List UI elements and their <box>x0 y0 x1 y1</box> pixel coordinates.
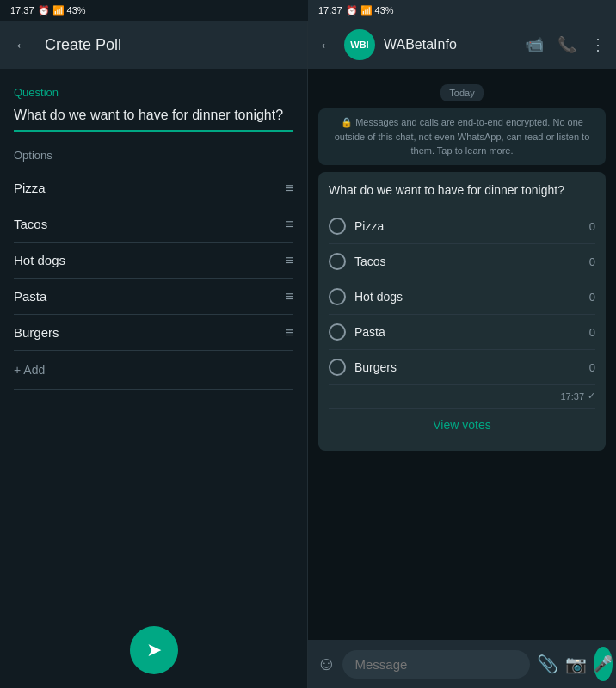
alarm-icon: ⏰ <box>38 5 50 16</box>
question-input[interactable] <box>14 104 293 132</box>
back-button[interactable]: ← <box>14 35 31 55</box>
poll-option-text-1: Pizza <box>354 219 581 233</box>
avatar: WBI <box>344 29 375 60</box>
poll-vote-count-4: 0 <box>589 326 595 339</box>
battery-left: 43% <box>67 5 86 15</box>
option-input-3[interactable] <box>14 251 279 269</box>
status-icons-right: ⏰ 📶 43% <box>346 5 394 16</box>
status-icons-left: ⏰ 📶 43% <box>38 5 86 16</box>
drag-handle-icon[interactable]: ≡ <box>286 181 293 196</box>
alarm-icon-right: ⏰ <box>346 5 358 16</box>
option-input-2[interactable] <box>14 215 279 233</box>
video-call-icon[interactable]: 📹 <box>525 35 544 54</box>
radio-circle-3[interactable] <box>329 288 346 305</box>
option-item: ≡ <box>14 279 293 315</box>
poll-option-row[interactable]: Pizza 0 <box>329 209 595 244</box>
poll-vote-count-3: 0 <box>589 291 595 304</box>
chat-header: ← WBI WABetaInfo 📹 📞 ⋮ <box>308 21 616 69</box>
mic-icon: 🎤 <box>594 654 613 673</box>
attach-button[interactable]: 📎 <box>537 654 558 674</box>
time-left: 17:37 <box>10 5 34 15</box>
poll-vote-count-1: 0 <box>589 220 595 233</box>
status-bar: 17:37 ⏰ 📶 43% 17:37 ⏰ 📶 43% <box>0 0 616 21</box>
poll-option-row[interactable]: Pasta 0 <box>329 315 595 350</box>
option-item: ≡ <box>14 243 293 279</box>
poll-time: 17:37 <box>560 391 584 402</box>
poll-form: Question Options ≡ ≡ ≡ ≡ ≡ <box>0 69 307 612</box>
chat-name: WABetaInfo <box>384 37 516 52</box>
poll-option-row[interactable]: Hot dogs 0 <box>329 280 595 315</box>
date-badge-text: Today <box>440 84 483 101</box>
option-item: ≡ <box>14 170 293 206</box>
signal-icon-right: 📶 <box>360 5 373 16</box>
main-content: ← Create Poll Question Options ≡ ≡ ≡ ≡ <box>0 21 616 688</box>
more-options-icon[interactable]: ⋮ <box>590 35 606 54</box>
drag-handle-icon[interactable]: ≡ <box>286 253 293 268</box>
options-label: Options <box>14 149 293 162</box>
drag-handle-icon[interactable]: ≡ <box>286 289 293 304</box>
status-bar-right: 17:37 ⏰ 📶 43% <box>308 0 616 21</box>
signal-icon: 📶 <box>52 5 65 16</box>
radio-circle-5[interactable] <box>329 359 346 376</box>
encryption-notice-text: 🔒 Messages and calls are end-to-end encr… <box>335 117 590 156</box>
chat-back-button[interactable]: ← <box>318 35 336 55</box>
chat-input-area: ☺ 📎 📷 🎤 <box>308 640 616 688</box>
drag-handle-icon[interactable]: ≡ <box>286 325 293 341</box>
poll-vote-count-2: 0 <box>589 255 595 268</box>
check-icon: ✓ <box>588 390 595 402</box>
status-bar-left: 17:37 ⏰ 📶 43% <box>0 0 308 21</box>
send-button[interactable]: ➤ <box>130 626 178 674</box>
option-input-1[interactable] <box>14 179 279 197</box>
option-item: ≡ <box>14 315 293 351</box>
radio-circle-1[interactable] <box>329 218 346 235</box>
poll-option-text-2: Tacos <box>354 255 581 268</box>
option-input-4[interactable] <box>14 287 279 305</box>
phone-call-icon[interactable]: 📞 <box>557 35 576 54</box>
time-right: 17:37 <box>318 5 342 15</box>
right-panel: ← WBI WABetaInfo 📹 📞 ⋮ Today 🔒 Messages … <box>308 21 616 688</box>
poll-vote-count-5: 0 <box>589 361 595 374</box>
battery-right: 43% <box>375 5 394 15</box>
create-poll-header: ← Create Poll <box>0 21 307 69</box>
radio-circle-2[interactable] <box>329 253 346 270</box>
question-label: Question <box>14 86 293 99</box>
radio-circle-4[interactable] <box>329 323 346 341</box>
chat-actions: 📹 📞 ⋮ <box>525 35 606 54</box>
page-title: Create Poll <box>45 36 121 54</box>
poll-question-text: What do we want to have for dinner tonig… <box>329 182 595 200</box>
emoji-button[interactable]: ☺ <box>317 653 336 675</box>
option-input-5[interactable] <box>14 323 279 341</box>
message-input[interactable] <box>342 650 530 679</box>
poll-option-text-3: Hot dogs <box>354 290 581 304</box>
view-votes-button[interactable]: View votes <box>329 408 595 440</box>
poll-message-bubble: What do we want to have for dinner tonig… <box>318 172 606 452</box>
option-item: ≡ <box>14 206 293 243</box>
poll-option-text-5: Burgers <box>354 360 581 374</box>
poll-option-text-4: Pasta <box>354 325 581 339</box>
poll-footer: 17:37 ✓ <box>329 390 595 402</box>
drag-handle-icon[interactable]: ≡ <box>286 217 293 232</box>
add-option-button[interactable]: + Add <box>14 351 293 390</box>
poll-option-row[interactable]: Burgers 0 <box>329 350 595 385</box>
mic-button[interactable]: 🎤 <box>594 647 613 681</box>
send-icon: ➤ <box>146 639 162 661</box>
encryption-notice[interactable]: 🔒 Messages and calls are end-to-end encr… <box>318 108 606 165</box>
avatar-text: WBI <box>350 40 368 50</box>
poll-option-row[interactable]: Tacos 0 <box>329 244 595 280</box>
chat-messages: Today 🔒 Messages and calls are end-to-en… <box>308 69 616 640</box>
left-panel: ← Create Poll Question Options ≡ ≡ ≡ ≡ <box>0 21 308 688</box>
date-badge: Today <box>318 84 606 101</box>
send-area: ➤ <box>0 612 307 688</box>
camera-button[interactable]: 📷 <box>565 654 587 674</box>
